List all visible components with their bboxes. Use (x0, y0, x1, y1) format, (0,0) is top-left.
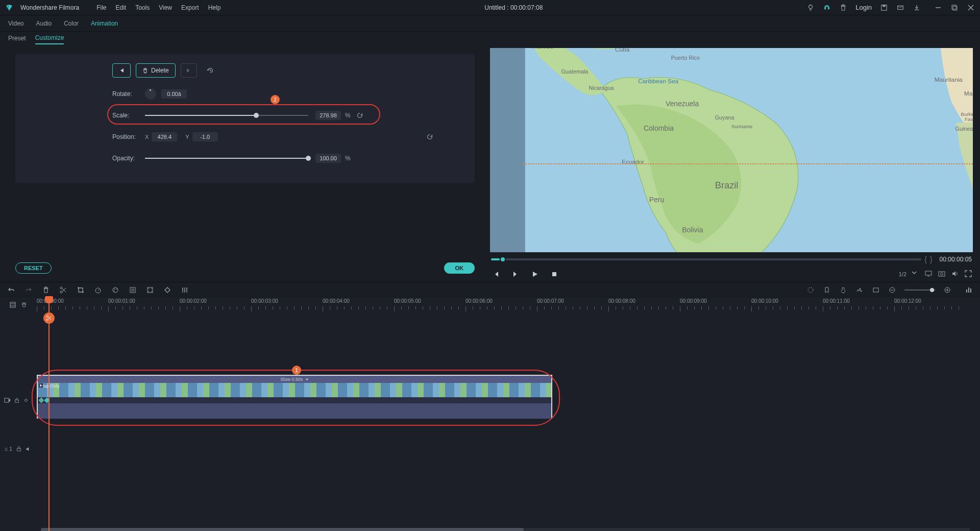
tab-video[interactable]: Video (8, 20, 23, 27)
position-x-value[interactable]: 428.4 (152, 132, 177, 141)
ruler-label: 00:00:11:00 (823, 298, 850, 304)
delete-clip-icon[interactable] (42, 286, 50, 294)
playhead[interactable] (48, 297, 50, 531)
undo-icon[interactable] (7, 286, 15, 294)
frame-icon[interactable] (872, 286, 880, 294)
menu-file[interactable]: File (96, 4, 106, 11)
svg-rect-49 (842, 287, 844, 291)
marker-icon[interactable] (823, 286, 831, 294)
prev-keyframe-button[interactable] (112, 63, 131, 78)
menu-view[interactable]: View (159, 4, 172, 11)
mark-in-icon[interactable]: { (924, 255, 927, 263)
scale-reset-icon[interactable] (356, 111, 364, 119)
video-preview[interactable]: Gulf of Mexico Mexico Cuba Puerto Rico G… (490, 48, 973, 252)
preview-seek-slider[interactable] (491, 258, 921, 260)
timeline-horizontal-scrollbar[interactable] (41, 528, 970, 531)
svg-text:Colombia: Colombia (644, 124, 674, 132)
close-icon[interactable] (967, 4, 975, 12)
playhead-split-icon[interactable] (43, 312, 55, 324)
track-manage-icon[interactable] (10, 302, 16, 308)
download-icon[interactable] (913, 4, 921, 12)
split-icon[interactable] (59, 286, 67, 294)
timeline-options-icon[interactable] (965, 286, 973, 294)
minimize-icon[interactable] (934, 4, 942, 12)
save-icon[interactable] (880, 4, 888, 12)
login-link[interactable]: Login (855, 4, 872, 11)
track-video-icon[interactable] (4, 397, 10, 403)
svg-point-37 (941, 273, 943, 275)
reset-button[interactable]: RESET (15, 262, 52, 274)
rotate-value[interactable]: 0.00â (161, 89, 187, 99)
crop-tool-icon[interactable] (77, 286, 85, 294)
menu-tools[interactable]: Tools (135, 4, 150, 11)
display-icon[interactable] (925, 270, 933, 278)
keyframe-marker-icon[interactable] (38, 397, 44, 403)
color-icon[interactable] (111, 286, 119, 294)
menu-help[interactable]: Help (208, 4, 221, 11)
timeline-zoom-slider[interactable] (904, 289, 935, 291)
timeline-ruler[interactable]: 00:00:00:0000:00:01:0000:00:02:0000:00:0… (37, 297, 980, 312)
ok-button[interactable]: OK (444, 262, 475, 274)
redo-icon[interactable] (24, 286, 33, 294)
ruler-label: 00:00:10:00 (751, 298, 778, 304)
keyframe-history-icon[interactable] (205, 65, 215, 76)
opacity-slider[interactable] (145, 158, 308, 159)
scale-slider[interactable] (145, 115, 308, 116)
menu-edit[interactable]: Edit (116, 4, 127, 11)
step-forward-icon[interactable] (511, 270, 520, 278)
svg-rect-2 (883, 5, 885, 7)
mixer-icon[interactable] (181, 286, 189, 294)
ruler-label: 00:00:06:00 (465, 298, 493, 304)
audio-mixer-icon[interactable] (855, 286, 864, 294)
track-lock-icon[interactable] (14, 398, 19, 403)
tab-animation[interactable]: Animation (91, 20, 118, 27)
position-reset-icon[interactable] (426, 133, 434, 141)
speed-icon[interactable] (94, 286, 102, 294)
fullscreen-icon[interactable] (965, 270, 973, 278)
delete-keyframe-button[interactable]: Delete (136, 63, 176, 78)
next-keyframe-button[interactable] (181, 63, 197, 78)
greenscreen-icon[interactable] (129, 286, 137, 294)
tab-color[interactable]: Color (64, 20, 79, 27)
ruler-label: 00:00:02:00 (180, 298, 207, 304)
headset-icon[interactable] (823, 4, 831, 12)
rotate-dial[interactable] (145, 88, 156, 100)
track-lock-icon[interactable] (16, 446, 21, 451)
mail-icon[interactable] (896, 4, 904, 12)
tab-customize[interactable]: Customize (35, 34, 64, 44)
zoom-in-icon[interactable] (943, 286, 951, 294)
playhead-handle-icon[interactable] (45, 296, 53, 303)
preview-quality[interactable]: 1/2 (899, 271, 906, 277)
position-y-value[interactable]: -1.0 (192, 132, 218, 141)
volume-icon[interactable] (951, 270, 960, 278)
render-icon[interactable] (806, 286, 815, 294)
svg-rect-54 (966, 289, 967, 293)
zoom-out-icon[interactable] (888, 286, 896, 294)
svg-point-39 (60, 291, 62, 293)
mic-icon[interactable] (839, 286, 847, 294)
snapshot-icon[interactable] (938, 270, 946, 278)
svg-text:Cuba: Cuba (615, 48, 630, 53)
clip-audio-waveform (38, 403, 551, 419)
track-toggle-icon[interactable] (23, 398, 29, 403)
lightbulb-icon[interactable] (806, 4, 815, 12)
tab-audio[interactable]: Audio (36, 20, 52, 27)
tab-preset[interactable]: Preset (8, 35, 26, 44)
delete-keyframe-label: Delete (151, 67, 169, 74)
stop-icon[interactable] (550, 270, 558, 278)
track-mute-icon[interactable] (26, 446, 31, 452)
scale-value[interactable]: 278.98 (315, 111, 341, 120)
chevron-down-icon[interactable] (912, 270, 920, 278)
menu-export[interactable]: Export (181, 4, 199, 11)
magnet-icon[interactable] (21, 302, 27, 308)
play-icon[interactable] (531, 270, 539, 278)
opacity-value[interactable]: 100.00 (315, 154, 341, 163)
trash-icon[interactable] (839, 4, 847, 12)
maximize-icon[interactable] (950, 4, 959, 12)
mark-out-icon[interactable]: } (930, 255, 933, 263)
keyframe-diamond-icon[interactable] (163, 286, 172, 294)
svg-point-42 (114, 288, 115, 289)
fit-icon[interactable] (146, 286, 154, 294)
step-back-icon[interactable] (492, 270, 500, 278)
timeline-clip[interactable]: Slow 0.50x Map Only (37, 375, 552, 419)
